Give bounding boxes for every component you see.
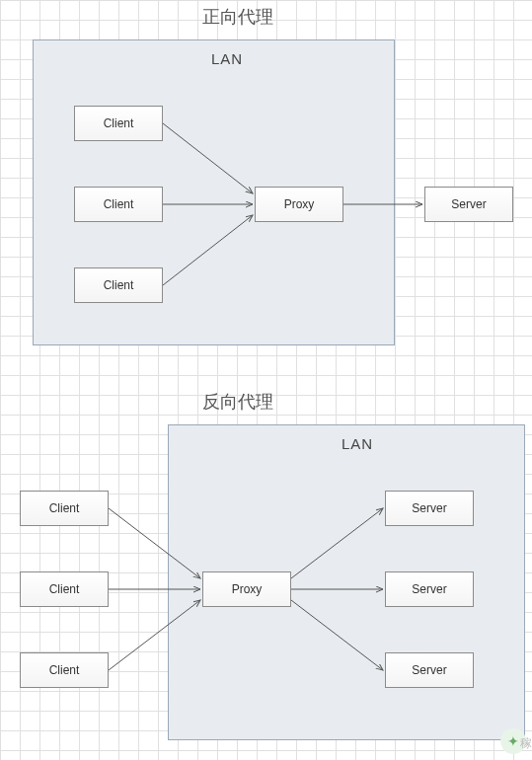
title-reverse-proxy: 反向代理 [202,390,273,414]
client-box: Client [74,187,163,222]
client-box: Client [20,652,109,688]
client-box: Client [20,491,109,526]
server-box: Server [385,491,474,526]
proxy-box-forward: Proxy [255,187,343,222]
lan-label-reverse: LAN [342,435,373,452]
watermark-text: 稼 [520,735,532,752]
client-box: Client [20,571,109,607]
client-box: Client [74,106,163,141]
server-box-forward: Server [424,187,513,222]
lan-label-forward: LAN [211,50,243,67]
client-box: Client [74,267,163,303]
title-forward-proxy: 正向代理 [202,5,273,29]
server-box: Server [385,571,474,607]
proxy-box-reverse: Proxy [202,571,291,607]
server-box: Server [385,652,474,688]
